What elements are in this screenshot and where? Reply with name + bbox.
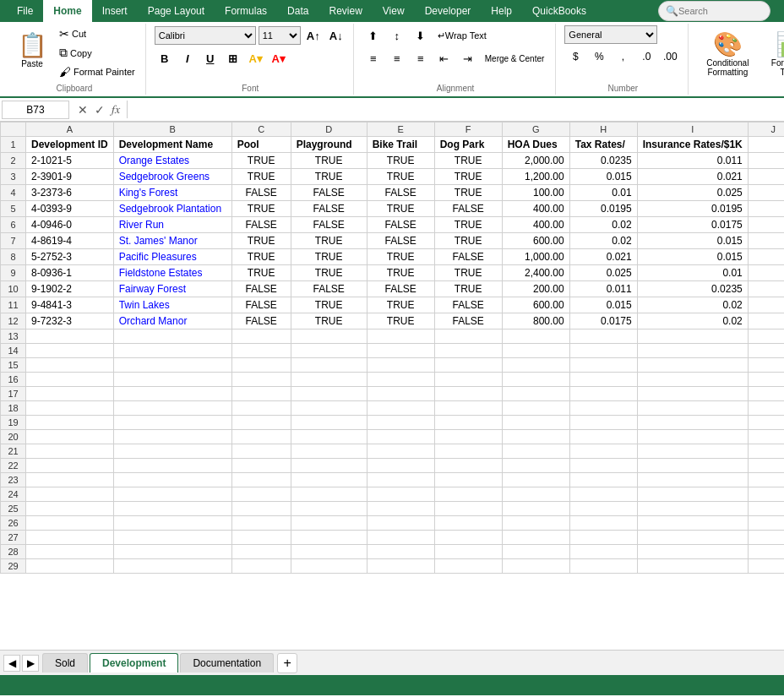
paste-button[interactable]: 📋 Paste: [10, 25, 54, 76]
empty-cell[interactable]: [502, 473, 569, 487]
empty-cell[interactable]: [434, 358, 502, 373]
table-cell[interactable]: 0.015: [637, 233, 748, 249]
empty-cell[interactable]: [434, 416, 502, 430]
table-cell[interactable]: TRUE: [291, 313, 367, 329]
table-cell[interactable]: [748, 265, 784, 281]
wrap-text-button[interactable]: ↵ Wrap Text: [433, 25, 491, 46]
tab-data[interactable]: Data: [277, 0, 318, 22]
align-left-button[interactable]: ≡: [362, 48, 384, 68]
table-cell[interactable]: TRUE: [231, 249, 291, 265]
empty-cell[interactable]: [637, 531, 748, 545]
table-cell[interactable]: 8-0936-1: [26, 265, 114, 281]
tab-page-layout[interactable]: Page Layout: [138, 0, 215, 22]
empty-cell[interactable]: [367, 559, 434, 574]
align-center-button[interactable]: ≡: [386, 48, 408, 68]
tab-review[interactable]: Review: [318, 0, 372, 22]
table-cell[interactable]: FALSE: [231, 217, 291, 233]
table-cell[interactable]: TRUE: [231, 201, 291, 217]
empty-cell[interactable]: [637, 387, 748, 401]
table-cell[interactable]: TRUE: [231, 265, 291, 281]
align-bottom-button[interactable]: ⬇: [410, 25, 432, 46]
empty-cell[interactable]: [637, 329, 748, 344]
col-header-J[interactable]: J: [748, 123, 784, 137]
empty-cell[interactable]: [748, 358, 784, 373]
table-cell[interactable]: 2-3901-9: [26, 169, 114, 185]
search-box[interactable]: 🔍: [658, 1, 770, 21]
table-cell[interactable]: 2,400.00: [502, 265, 569, 281]
table-cell[interactable]: TRUE: [367, 169, 434, 185]
align-top-button[interactable]: ⬆: [362, 25, 384, 46]
empty-cell[interactable]: [748, 473, 784, 487]
cancel-formula-icon[interactable]: ✕: [76, 101, 90, 118]
empty-cell[interactable]: [434, 502, 502, 516]
formula-input[interactable]: [128, 101, 784, 119]
align-right-button[interactable]: ≡: [410, 48, 432, 68]
sheet-tab-documentation[interactable]: Documentation: [180, 653, 274, 672]
table-cell[interactable]: TRUE: [367, 153, 434, 169]
empty-cell[interactable]: [748, 545, 784, 559]
underline-button[interactable]: U: [200, 48, 220, 68]
empty-cell[interactable]: [434, 344, 502, 358]
col-header-I[interactable]: I: [637, 123, 748, 137]
table-cell[interactable]: 0.0195: [637, 201, 748, 217]
table-cell[interactable]: FALSE: [434, 297, 502, 313]
table-cell[interactable]: 800.00: [502, 313, 569, 329]
search-input[interactable]: [678, 6, 763, 16]
table-cell[interactable]: [748, 153, 784, 169]
empty-cell[interactable]: [291, 416, 367, 430]
table-cell[interactable]: 0.02: [569, 233, 637, 249]
border-button[interactable]: ⊞: [223, 48, 243, 68]
empty-cell[interactable]: [502, 559, 569, 574]
empty-cell[interactable]: [113, 502, 231, 516]
table-cell[interactable]: 0.015: [637, 249, 748, 265]
bold-button[interactable]: B: [155, 48, 175, 68]
table-cell[interactable]: Fieldstone Estates: [113, 265, 231, 281]
empty-cell[interactable]: [367, 531, 434, 545]
empty-cell[interactable]: [569, 516, 637, 531]
empty-cell[interactable]: [569, 329, 637, 344]
decrease-decimal-button[interactable]: .0: [635, 46, 657, 67]
empty-cell[interactable]: [26, 459, 114, 473]
table-cell[interactable]: 400.00: [502, 201, 569, 217]
empty-cell[interactable]: [231, 459, 291, 473]
empty-cell[interactable]: [367, 473, 434, 487]
empty-cell[interactable]: [569, 531, 637, 545]
table-cell[interactable]: 5-2752-3: [26, 249, 114, 265]
table-cell[interactable]: 4-0393-9: [26, 201, 114, 217]
table-cell[interactable]: TRUE: [367, 265, 434, 281]
table-cell[interactable]: River Run: [113, 217, 231, 233]
empty-cell[interactable]: [231, 387, 291, 401]
header-cell-4[interactable]: Bike Trail: [367, 137, 434, 153]
header-cell-1[interactable]: Development Name: [113, 137, 231, 153]
col-header-F[interactable]: F: [434, 123, 502, 137]
empty-cell[interactable]: [231, 401, 291, 416]
col-header-D[interactable]: D: [291, 123, 367, 137]
sheet-tab-development[interactable]: Development: [90, 653, 178, 672]
col-header-C[interactable]: C: [231, 123, 291, 137]
empty-cell[interactable]: [502, 344, 569, 358]
empty-cell[interactable]: [367, 416, 434, 430]
table-cell[interactable]: 200.00: [502, 281, 569, 297]
table-cell[interactable]: FALSE: [231, 281, 291, 297]
empty-cell[interactable]: [367, 430, 434, 444]
empty-cell[interactable]: [113, 459, 231, 473]
empty-cell[interactable]: [367, 516, 434, 531]
empty-cell[interactable]: [231, 502, 291, 516]
empty-cell[interactable]: [748, 531, 784, 545]
table-cell[interactable]: 0.015: [569, 297, 637, 313]
empty-cell[interactable]: [502, 401, 569, 416]
empty-cell[interactable]: [637, 344, 748, 358]
empty-cell[interactable]: [291, 444, 367, 459]
empty-cell[interactable]: [748, 344, 784, 358]
empty-cell[interactable]: [231, 545, 291, 559]
increase-decimal-button[interactable]: .00: [659, 46, 681, 67]
empty-cell[interactable]: [291, 502, 367, 516]
empty-cell[interactable]: [367, 401, 434, 416]
table-cell[interactable]: Sedgebrook Plantation: [113, 201, 231, 217]
table-cell[interactable]: 0.025: [569, 265, 637, 281]
table-cell[interactable]: 4-8619-4: [26, 233, 114, 249]
empty-cell[interactable]: [113, 473, 231, 487]
empty-cell[interactable]: [26, 373, 114, 387]
table-cell[interactable]: 0.025: [637, 185, 748, 201]
empty-cell[interactable]: [367, 329, 434, 344]
